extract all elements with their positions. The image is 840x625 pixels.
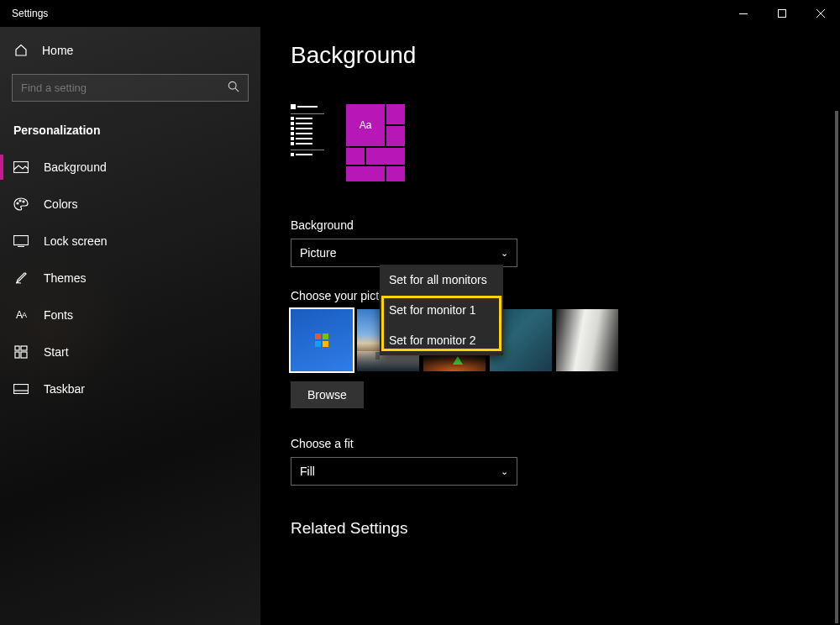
- start-icon: [13, 344, 29, 360]
- background-dropdown[interactable]: Picture ⌄: [291, 239, 517, 267]
- fit-label: Choose a fit: [291, 437, 840, 450]
- choose-picture-label: Choose your picture: [291, 289, 840, 302]
- sidebar-item-label: Fonts: [44, 308, 73, 322]
- preview-tile-aa: Aa: [346, 104, 385, 146]
- maximize-button[interactable]: [763, 0, 801, 27]
- section-title: Personalization: [0, 117, 260, 149]
- home-label: Home: [42, 44, 73, 57]
- lock-screen-icon: [13, 234, 29, 249]
- fonts-icon: AA: [13, 307, 29, 323]
- home-button[interactable]: Home: [0, 34, 260, 67]
- close-button[interactable]: [801, 0, 840, 27]
- search-icon: [228, 81, 239, 95]
- sidebar-item-colors[interactable]: Colors: [0, 186, 260, 223]
- svg-rect-12: [15, 346, 19, 350]
- home-icon: [13, 43, 29, 58]
- sidebar-item-label: Taskbar: [44, 382, 85, 396]
- svg-line-5: [235, 88, 239, 92]
- svg-rect-16: [14, 385, 29, 394]
- svg-rect-15: [21, 352, 27, 358]
- svg-point-7: [17, 202, 18, 204]
- svg-rect-14: [15, 352, 19, 358]
- svg-rect-1: [779, 10, 786, 18]
- scrollbar[interactable]: [835, 111, 838, 623]
- sidebar-item-background[interactable]: Background: [0, 149, 260, 186]
- sidebar-item-label: Lock screen: [44, 234, 107, 248]
- picture-thumb-1[interactable]: [291, 309, 353, 371]
- svg-point-9: [23, 201, 24, 202]
- chevron-down-icon: ⌄: [501, 248, 508, 259]
- tiles-preview: Aa: [346, 104, 405, 180]
- background-dropdown-value: Picture: [300, 246, 337, 260]
- minimize-button[interactable]: [724, 0, 763, 27]
- fit-dropdown[interactable]: Fill ⌄: [291, 457, 517, 486]
- context-menu-item-monitor-1[interactable]: Set for monitor 1: [380, 295, 503, 325]
- sidebar-item-label: Themes: [44, 271, 87, 285]
- svg-point-4: [228, 81, 236, 89]
- sidebar-item-fonts[interactable]: AA Fonts: [0, 297, 260, 334]
- window-controls: [724, 0, 840, 27]
- palette-icon: [13, 197, 29, 212]
- taskbar-icon: [13, 381, 29, 397]
- theme-preview: Aa: [291, 104, 840, 180]
- browse-button[interactable]: Browse: [291, 381, 364, 408]
- sidebar: Home Personalization Background Colors L…: [0, 27, 260, 625]
- picture-thumb-5[interactable]: [556, 309, 618, 371]
- app-title: Settings: [12, 8, 48, 19]
- background-label: Background: [291, 218, 840, 232]
- sidebar-item-themes[interactable]: Themes: [0, 260, 260, 297]
- context-menu-item-all[interactable]: Set for all monitors: [380, 265, 503, 295]
- themes-icon: [13, 270, 29, 286]
- search-input[interactable]: [21, 81, 228, 94]
- picture-thumbnails: [291, 309, 840, 371]
- title-bar: Settings: [0, 0, 840, 27]
- context-menu: Set for all monitors Set for monitor 1 S…: [380, 265, 503, 355]
- sidebar-item-taskbar[interactable]: Taskbar: [0, 370, 260, 407]
- svg-rect-13: [21, 346, 27, 350]
- taskbar-preview: [291, 104, 324, 180]
- page-title: Background: [291, 42, 840, 69]
- sidebar-item-label: Background: [44, 160, 107, 174]
- main-content: Background Aa Background: [260, 27, 840, 625]
- sidebar-item-lock-screen[interactable]: Lock screen: [0, 223, 260, 260]
- sidebar-item-label: Colors: [44, 197, 77, 211]
- svg-rect-10: [14, 236, 29, 245]
- search-box[interactable]: [12, 74, 249, 102]
- sidebar-item-label: Start: [44, 345, 69, 359]
- chevron-down-icon: ⌄: [501, 466, 508, 477]
- sidebar-item-start[interactable]: Start: [0, 334, 260, 370]
- related-settings-heading: Related Settings: [291, 519, 840, 538]
- context-menu-item-monitor-2[interactable]: Set for monitor 2: [380, 325, 503, 355]
- fit-dropdown-value: Fill: [300, 465, 315, 478]
- svg-point-8: [19, 200, 21, 202]
- picture-icon: [13, 160, 29, 175]
